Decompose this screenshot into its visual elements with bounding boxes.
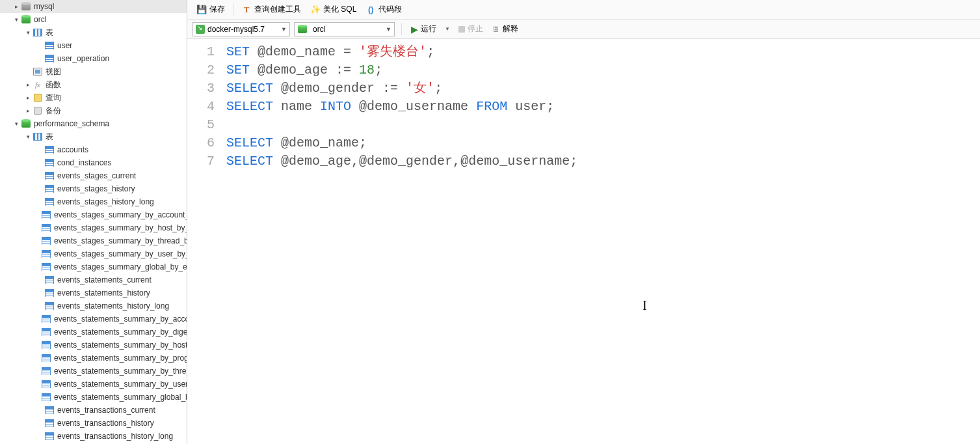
tree-item[interactable]: ▸events_stages_history_long (0, 195, 187, 208)
table-icon (41, 262, 51, 272)
tree-toggle-icon[interactable]: ▾ (25, 133, 31, 140)
table-icon (41, 210, 51, 220)
tree-item[interactable]: ▸user (0, 39, 187, 52)
table-icon (44, 405, 55, 415)
database-icon (21, 118, 31, 129)
tree-item[interactable]: ▸备份 (0, 104, 187, 117)
save-icon: 💾 (196, 5, 207, 15)
database-icon (21, 1, 31, 12)
tree-item-label: events_statements_summary_global_by_even… (54, 393, 187, 402)
tree-item[interactable]: ▸events_stages_history (0, 182, 187, 195)
connection-dropdown[interactable]: docker-mysql5.7 ▼ (192, 22, 290, 36)
tree-item[interactable]: ▸events_statements_history_long (0, 299, 187, 312)
tree-item[interactable]: ▸fx函数 (0, 78, 187, 91)
connection-label: docker-mysql5.7 (207, 25, 278, 34)
tree-item[interactable]: ▾orcl (0, 13, 187, 26)
querybuilder-icon: T (241, 5, 252, 15)
table-icon (41, 327, 51, 337)
table-icon (44, 418, 55, 428)
tree-toggle-icon[interactable]: ▸ (13, 3, 20, 10)
tree-item-label: events_transactions_current (57, 406, 155, 415)
tree-item[interactable]: ▸events_stages_summary_global_by_event_n… (0, 260, 187, 273)
tree-item-label: 视图 (46, 66, 61, 77)
tree-toggle-icon[interactable]: ▾ (25, 29, 31, 36)
tree-item[interactable]: ▸events_statements_summary_by_thread_by_… (0, 365, 187, 378)
tree-item[interactable]: ▸events_stages_summary_by_thread_by_even… (0, 234, 187, 247)
tree-item[interactable]: ▸cond_instances (0, 156, 187, 169)
tree-item[interactable]: ▸视图 (0, 65, 187, 78)
tree-item[interactable]: ▾表 (0, 130, 187, 143)
text-cursor-icon: I (642, 296, 647, 314)
tree-item[interactable]: ▸events_statements_summary_by_user_by_ev… (0, 378, 187, 391)
code-line[interactable]: SET @demo_name = '雾失楼台'; (226, 43, 980, 61)
tree-item[interactable]: ▸events_statements_summary_by_host_by_ev… (0, 339, 187, 352)
chevron-down-icon: ▼ (386, 26, 391, 33)
tree-toggle-icon[interactable]: ▾ (13, 16, 20, 23)
snippet-button[interactable]: () 代码段 (362, 2, 406, 17)
separator-icon (401, 23, 402, 35)
query-builder-button[interactable]: T 查询创建工具 (237, 2, 305, 17)
run-button[interactable]: ▶ 运行 (408, 22, 439, 36)
tree-item[interactable]: ▸mysql (0, 0, 187, 13)
tree-toggle-icon[interactable]: ▾ (13, 120, 20, 127)
tree-toggle-icon[interactable]: ▸ (25, 107, 31, 114)
tree-item-label: 查询 (46, 92, 61, 104)
tree-item[interactable]: ▸events_statements_summary_global_by_eve… (0, 391, 187, 404)
table-icon (44, 431, 55, 441)
table-icon (44, 288, 55, 298)
sql-editor[interactable]: 1234567 SET @demo_name = '雾失楼台';SET @dem… (187, 39, 980, 444)
tree-item[interactable]: ▾表 (0, 26, 187, 39)
connection-toolbar: docker-mysql5.7 ▼ orcl ▼ ▶ 运行 ▼ 停止 🗎 解释 (187, 20, 980, 39)
database-dropdown[interactable]: orcl ▼ (294, 22, 395, 36)
beautify-sql-button[interactable]: ✨ 美化 SQL (306, 2, 360, 17)
stop-label: 停止 (468, 23, 483, 35)
tree-item[interactable]: ▸user_operation (0, 52, 187, 65)
code-area[interactable]: SET @demo_name = '雾失楼台';SET @demo_age :=… (224, 39, 980, 444)
tree-item[interactable]: ▸events_stages_summary_by_user_by_event_… (0, 247, 187, 260)
tables-icon (33, 132, 43, 142)
run-dropdown-arrow[interactable]: ▼ (443, 26, 452, 32)
table-icon (44, 197, 55, 207)
table-icon (44, 53, 55, 64)
tree-item[interactable]: ▾performance_schema (0, 117, 187, 130)
run-label: 运行 (421, 23, 436, 35)
code-line[interactable] (226, 116, 980, 134)
tree-toggle-icon[interactable]: ▸ (25, 81, 31, 88)
backup-icon (33, 105, 43, 116)
tree-item-label: 表 (46, 132, 53, 143)
explain-button[interactable]: 🗎 解释 (490, 22, 521, 36)
tree-item[interactable]: ▸events_statements_summary_by_program (0, 352, 187, 365)
tree-item[interactable]: ▸events_statements_summary_by_digest (0, 326, 187, 339)
tree-item[interactable]: ▸events_statements_history (0, 286, 187, 299)
tree-item[interactable]: ▸events_statements_current (0, 273, 187, 286)
tree-item-label: 表 (46, 27, 53, 38)
tree-item-label: accounts (57, 145, 88, 154)
tree-item-label: 函数 (46, 79, 61, 90)
database-label: orcl (313, 25, 383, 34)
tree-item[interactable]: ▸events_transactions_history (0, 417, 187, 430)
tree-toggle-icon[interactable]: ▸ (25, 94, 31, 101)
database-icon (21, 14, 31, 25)
code-line[interactable]: SELECT @demo_name; (226, 134, 980, 152)
code-line[interactable]: SELECT @demo_age,@demo_gender,@demo_user… (226, 152, 980, 171)
tree-item[interactable]: ▸events_transactions_current (0, 404, 187, 417)
tree-item[interactable]: ▸查询 (0, 91, 187, 104)
tree-item-label: events_stages_summary_by_thread_by_event… (54, 236, 187, 245)
save-button[interactable]: 💾 保存 (192, 2, 229, 17)
tree-item[interactable]: ▸events_statements_summary_by_account_by… (0, 312, 187, 326)
tree-item[interactable]: ▸events_stages_summary_by_account_by_eve… (0, 208, 187, 221)
tree-item[interactable]: ▸accounts (0, 143, 187, 156)
table-icon (41, 353, 51, 363)
code-line[interactable]: SET @demo_age := 18; (226, 61, 980, 79)
tree-item-label: events_statements_summary_by_user_by_eve… (54, 380, 187, 389)
sidebar-tree[interactable]: ▸mysql▾orcl▾表▸user▸user_operation▸视图▸fx函… (0, 0, 187, 444)
tree-item[interactable]: ▸events_transactions_history_long (0, 430, 187, 443)
database-icon (297, 24, 308, 35)
beautify-sql-label: 美化 SQL (323, 4, 356, 15)
code-line[interactable]: SELECT @demo_gender := '女'; (226, 79, 980, 98)
beautify-icon: ✨ (310, 5, 321, 15)
tree-item-label: 备份 (46, 105, 61, 117)
tree-item[interactable]: ▸events_stages_current (0, 169, 187, 182)
tree-item[interactable]: ▸events_stages_summary_by_host_by_event_… (0, 221, 187, 234)
code-line[interactable]: SELECT name INTO @demo_username FROM use… (226, 98, 980, 116)
